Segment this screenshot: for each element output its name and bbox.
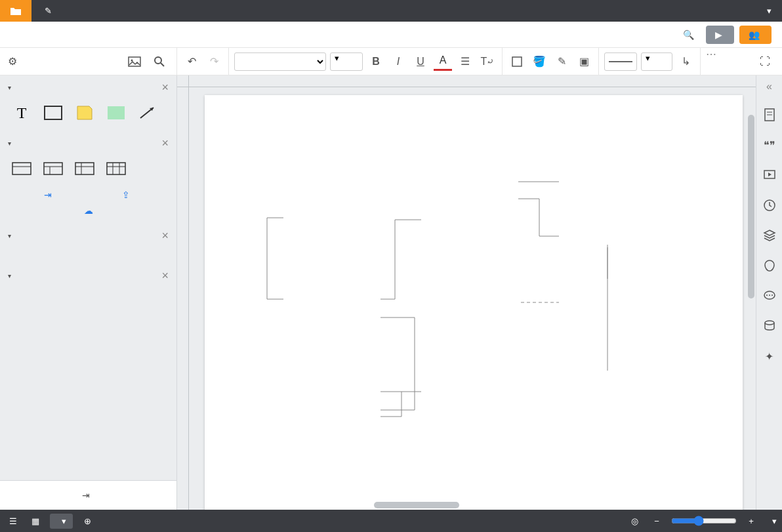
close-icon[interactable]: × xyxy=(161,136,169,150)
toolbar: ⚙ ↶ ↷ ▾ B I U A ☰ T⤾ 🪣 ✎ ▣ ▾ ↳ ⋯ ⛶ xyxy=(0,48,782,75)
layers-icon[interactable] xyxy=(762,228,777,243)
import-data-button[interactable]: ⇥ xyxy=(0,480,176,510)
svg-rect-4 xyxy=(512,57,522,66)
svg-rect-17 xyxy=(107,163,125,174)
ruler-horizontal xyxy=(189,75,756,87)
history-icon[interactable] xyxy=(762,197,777,213)
comments-icon[interactable]: ❝❞ xyxy=(762,137,777,153)
magic-icon[interactable]: ✦ xyxy=(762,348,777,364)
add-page-button[interactable]: ⊕ xyxy=(79,513,95,529)
grid-view-icon[interactable]: ▦ xyxy=(28,513,43,529)
more-button[interactable]: ⋯ xyxy=(701,48,722,75)
ruler-vertical xyxy=(177,87,189,510)
zoom-in-button[interactable]: + xyxy=(743,513,759,529)
autoscroll-icon[interactable]: ◎ xyxy=(627,513,642,529)
user-menu[interactable]: ▾ xyxy=(754,6,782,16)
chevron-down-icon: ▾ xyxy=(62,516,66,526)
chevron-down-icon: ▾ xyxy=(8,140,11,147)
list-view-icon[interactable]: ☰ xyxy=(5,513,21,529)
border-color-button[interactable]: ✎ xyxy=(552,52,571,71)
close-icon[interactable]: × xyxy=(161,81,169,94)
svg-point-29 xyxy=(772,295,773,296)
gear-icon[interactable]: ⚙ xyxy=(8,55,17,68)
svg-point-2 xyxy=(155,57,161,64)
er-shape-3[interactable] xyxy=(73,161,96,176)
chevron-down-icon: ▾ xyxy=(8,232,11,239)
footer: ☰ ▦ ▾ ⊕ ◎ − + ▾ xyxy=(0,510,782,532)
shape-button[interactable] xyxy=(508,52,526,71)
data-icon[interactable] xyxy=(762,318,777,334)
share-button[interactable]: 👥 xyxy=(739,26,772,44)
section-standard[interactable]: ▾× xyxy=(0,75,176,100)
block-shape[interactable] xyxy=(105,105,127,121)
line-routing-button[interactable]: ↳ xyxy=(676,52,695,71)
close-icon[interactable]: × xyxy=(161,269,169,283)
folder-icon[interactable] xyxy=(0,0,31,22)
search-icon[interactable] xyxy=(150,52,169,71)
note-shape[interactable] xyxy=(73,105,96,121)
close-icon[interactable]: × xyxy=(161,229,169,243)
page-tab[interactable]: ▾ xyxy=(50,514,73,529)
font-size-select[interactable]: ▾ xyxy=(330,52,363,71)
page-settings-icon[interactable] xyxy=(762,107,777,123)
arrow-shape[interactable] xyxy=(136,105,159,121)
vertical-scrollbar[interactable] xyxy=(748,115,754,298)
bold-button[interactable]: B xyxy=(367,52,385,71)
underline-button[interactable]: U xyxy=(411,52,430,71)
line-width-select[interactable]: ▾ xyxy=(641,52,672,71)
svg-line-3 xyxy=(161,63,164,66)
canvas[interactable] xyxy=(177,75,756,510)
text-format-button[interactable]: T⤾ xyxy=(478,52,497,71)
export-link[interactable]: ⇪ xyxy=(122,190,133,200)
diagram-page[interactable] xyxy=(205,95,743,510)
titlebar: ✎ ▾ xyxy=(0,0,782,22)
align-button[interactable]: ☰ xyxy=(456,52,474,71)
fullscreen-button[interactable]: ⛶ xyxy=(756,52,774,71)
zoom-slider[interactable] xyxy=(671,516,737,526)
svg-rect-6 xyxy=(45,106,62,119)
svg-point-30 xyxy=(765,321,774,325)
binoculars-icon: 🔍 xyxy=(683,30,694,40)
horizontal-scrollbar[interactable] xyxy=(374,502,459,508)
zoom-out-button[interactable]: − xyxy=(649,513,665,529)
redo-button[interactable]: ↷ xyxy=(205,52,223,71)
er-shape-1[interactable] xyxy=(10,161,33,176)
shape-options-button[interactable]: ▣ xyxy=(575,52,593,71)
section-containers[interactable]: ▾× xyxy=(0,264,176,288)
shapes-sidebar: ▾× T ▾× ⇥ ⇪ ☁ ▾× xyxy=(0,75,177,510)
line-style-select[interactable] xyxy=(604,52,637,71)
undo-button[interactable]: ↶ xyxy=(182,52,201,71)
chevron-down-icon: ▾ xyxy=(772,516,777,526)
import-link[interactable]: ⇥ xyxy=(44,190,54,200)
image-icon[interactable] xyxy=(125,52,144,71)
collapse-panel-icon[interactable]: « xyxy=(766,81,772,92)
rect-shape[interactable] xyxy=(42,105,64,121)
fill-button[interactable]: 🪣 xyxy=(530,52,548,71)
play-icon: ▶ xyxy=(715,30,722,40)
present-icon[interactable] xyxy=(762,167,777,183)
chat-icon[interactable] xyxy=(762,288,777,304)
text-color-button[interactable]: A xyxy=(434,52,452,71)
svg-point-27 xyxy=(766,295,768,296)
section-er[interactable]: ▾× xyxy=(0,131,176,155)
edit-title-icon[interactable]: ✎ xyxy=(45,6,52,16)
chevron-down-icon: ▾ xyxy=(767,6,772,16)
svg-rect-11 xyxy=(44,163,62,174)
font-select[interactable] xyxy=(234,52,326,71)
people-icon: 👥 xyxy=(749,30,760,40)
italic-button[interactable]: I xyxy=(389,52,407,71)
svg-point-28 xyxy=(769,295,770,296)
connection-lines xyxy=(205,95,743,510)
svg-rect-7 xyxy=(108,106,125,119)
section-flowchart[interactable]: ▾× xyxy=(0,224,176,248)
er-shape-2[interactable] xyxy=(42,161,64,176)
feature-find[interactable]: 🔍 xyxy=(683,30,698,40)
salesforce-import-link[interactable]: ☁ xyxy=(0,203,176,224)
text-shape[interactable]: T xyxy=(10,105,33,121)
menubar: 🔍 ▶ 👥 xyxy=(0,22,782,48)
present-button[interactable]: ▶ xyxy=(706,26,734,44)
theme-icon[interactable] xyxy=(762,258,777,274)
svg-rect-0 xyxy=(129,57,140,66)
er-shape-4[interactable] xyxy=(105,161,127,176)
chevron-down-icon: ▾ xyxy=(8,272,11,279)
